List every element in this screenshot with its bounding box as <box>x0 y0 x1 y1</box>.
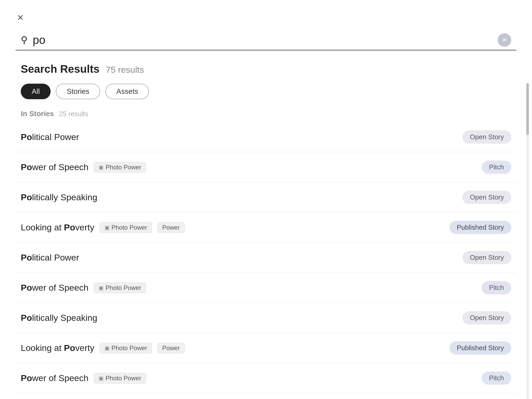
result-title: Looking at Poverty <box>21 222 94 232</box>
section-count: 25 results <box>59 110 88 118</box>
image-icon: ▣ <box>105 224 110 231</box>
close-icon: ✕ <box>17 13 24 23</box>
clear-icon: ✕ <box>502 36 507 44</box>
tag: ▣ Photo Power <box>94 373 146 384</box>
table-row[interactable]: Power of Speech▣ Photo PowerPitch <box>16 152 516 182</box>
image-icon: ▣ <box>99 164 104 170</box>
tag: ▣ Photo Power <box>100 343 152 354</box>
search-bar: ⚲ ✕ <box>16 33 516 50</box>
search-modal: ✕ ⚲ ✕ Search Results 75 results AllStori… <box>0 0 532 399</box>
table-row[interactable]: Looking at Poverty▣ Photo PowerPowerPubl… <box>16 333 516 363</box>
status-badge: Open Story <box>462 251 511 264</box>
search-icon: ⚲ <box>21 35 28 45</box>
result-left-5: Power of Speech▣ Photo Power <box>21 282 482 293</box>
status-badge: Published Story <box>449 221 511 234</box>
result-left-6: Politically Speaking <box>21 313 462 323</box>
tag: Power <box>157 343 185 354</box>
filter-btn-stories[interactable]: Stories <box>56 84 100 99</box>
table-row[interactable]: Looking at Poverty▣ Photo PowerPowerPubl… <box>16 212 516 243</box>
result-title: Politically Speaking <box>21 313 97 323</box>
clear-button[interactable]: ✕ <box>498 33 511 47</box>
status-badge: Published Story <box>449 341 511 355</box>
status-badge: Pitch <box>482 161 511 174</box>
result-left-3: Looking at Poverty▣ Photo PowerPower <box>21 222 449 233</box>
table-row[interactable]: Power of Speech▣ Photo PowerPitch <box>16 363 516 393</box>
result-left-7: Looking at Poverty▣ Photo PowerPower <box>21 343 449 354</box>
status-badge: Open Story <box>462 311 511 324</box>
scrollbar-thumb[interactable] <box>526 83 529 135</box>
table-row[interactable]: Power of Speech▣ Photo PowerPitch <box>16 273 516 303</box>
table-row[interactable]: Political PowerOpen Story <box>16 122 516 152</box>
result-title: Power of Speech <box>21 373 88 383</box>
filter-btn-assets[interactable]: Assets <box>105 84 149 99</box>
filter-btn-all[interactable]: All <box>21 84 51 99</box>
result-title: Political Power <box>21 252 79 263</box>
filter-row: AllStoriesAssets <box>16 84 516 99</box>
results-header: Search Results 75 results <box>16 63 516 75</box>
search-input[interactable] <box>33 34 498 46</box>
results-title: Search Results <box>21 63 99 75</box>
result-left-2: Politically Speaking <box>21 192 462 202</box>
result-left-1: Power of Speech▣ Photo Power <box>21 162 482 173</box>
status-badge: Open Story <box>462 130 511 144</box>
table-row[interactable]: Politically SpeakingOpen Story <box>16 393 516 399</box>
close-button[interactable]: ✕ <box>13 10 28 25</box>
result-left-0: Political Power <box>21 132 462 142</box>
section-title: In Stories <box>21 110 54 118</box>
result-title: Political Power <box>21 132 79 142</box>
result-left-4: Political Power <box>21 252 462 263</box>
result-title: Looking at Poverty <box>21 343 94 353</box>
status-badge: Pitch <box>482 281 511 294</box>
tag: Power <box>157 222 185 233</box>
results-count: 75 results <box>106 65 144 75</box>
results-list: Political PowerOpen StoryPower of Speech… <box>16 122 516 399</box>
result-title: Power of Speech <box>21 283 88 293</box>
image-icon: ▣ <box>105 345 110 351</box>
status-badge: Pitch <box>482 371 511 385</box>
table-row[interactable]: Political PowerOpen Story <box>16 243 516 273</box>
scrollbar-track[interactable] <box>526 83 529 399</box>
status-badge: Open Story <box>462 191 511 204</box>
image-icon: ▣ <box>99 285 104 291</box>
result-title: Power of Speech <box>21 162 88 172</box>
tag: ▣ Photo Power <box>94 282 146 293</box>
result-left-8: Power of Speech▣ Photo Power <box>21 373 482 384</box>
result-title: Politically Speaking <box>21 192 97 202</box>
table-row[interactable]: Politically SpeakingOpen Story <box>16 182 516 212</box>
tag: ▣ Photo Power <box>100 222 152 233</box>
section-header: In Stories 25 results <box>16 110 516 118</box>
image-icon: ▣ <box>99 375 104 381</box>
tag: ▣ Photo Power <box>94 162 146 173</box>
table-row[interactable]: Politically SpeakingOpen Story <box>16 303 516 333</box>
